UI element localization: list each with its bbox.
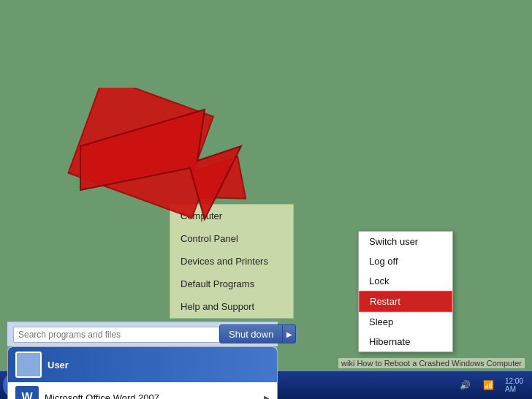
right-item-control-panel[interactable]: Control Panel (170, 227, 293, 250)
wikihow-caption: wiki How to Reboot a Crashed Windows Com… (338, 358, 525, 368)
user-avatar (15, 352, 42, 378)
app-item-word[interactable]: W Microsoft Office Word 2007 ▶ (8, 382, 277, 399)
switch-user-item[interactable]: Switch user (359, 232, 452, 251)
start-menu-header: User (8, 347, 277, 382)
shutdown-context-menu: Switch user Log off Lock Restart Sleep H… (358, 231, 453, 352)
hibernate-item[interactable]: Hibernate (359, 332, 452, 352)
right-item-devices[interactable]: Devices and Printers (170, 250, 293, 273)
tray-icon-1[interactable]: 🔊 (455, 375, 476, 395)
search-input[interactable] (13, 327, 251, 343)
shutdown-arrow-button[interactable]: ▶ (283, 324, 296, 343)
arrow-icon-word: ▶ (264, 394, 270, 400)
word-icon: W (15, 386, 39, 399)
shutdown-button[interactable]: Shut down (219, 324, 283, 343)
apps-list: W Microsoft Office Word 2007 ▶ ⚡ BitCome… (8, 382, 277, 399)
tray-icon-2[interactable]: 📶 (479, 375, 499, 395)
user-name-label: User (48, 360, 69, 370)
system-tray: 🔊 📶 12:00AM (449, 375, 532, 395)
shutdown-area: Shut down ▶ (219, 322, 296, 346)
sleep-item[interactable]: Sleep (359, 312, 452, 332)
start-menu-right-panel: Computer Control Panel Devices and Print… (170, 204, 294, 319)
start-menu-left-panel: User W Microsoft Office Word 2007 ▶ ⚡ Bi… (7, 346, 278, 399)
log-off-item[interactable]: Log off (359, 251, 452, 271)
lock-item[interactable]: Lock (359, 271, 452, 291)
clock: 12:00AM (502, 377, 526, 393)
right-item-default-programs[interactable]: Default Programs (170, 273, 293, 295)
app-label-word: Microsoft Office Word 2007 (45, 392, 159, 400)
right-item-help[interactable]: Help and Support (170, 295, 293, 318)
right-item-computer[interactable]: Computer (170, 205, 293, 227)
restart-item[interactable]: Restart (359, 291, 452, 312)
